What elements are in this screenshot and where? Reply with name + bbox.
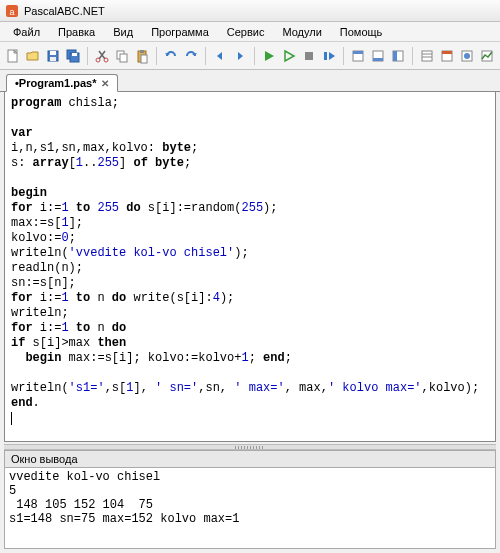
- menu-file[interactable]: Файл: [4, 24, 49, 40]
- menu-modules[interactable]: Модули: [273, 24, 330, 40]
- toolbar-separator: [156, 47, 157, 65]
- menu-service[interactable]: Сервис: [218, 24, 274, 40]
- toolbar-separator: [87, 47, 88, 65]
- stop-icon[interactable]: [300, 45, 318, 67]
- save-icon[interactable]: [44, 45, 62, 67]
- open-icon[interactable]: [24, 45, 42, 67]
- run-icon[interactable]: [260, 45, 278, 67]
- svg-text:a: a: [9, 7, 14, 17]
- app-icon: a: [4, 3, 20, 19]
- svg-rect-17: [324, 52, 327, 60]
- svg-rect-19: [353, 51, 363, 54]
- title-bar: a PascalABC.NET: [0, 0, 500, 22]
- svg-rect-21: [373, 58, 383, 61]
- toolbar-separator: [412, 47, 413, 65]
- redo-icon[interactable]: [182, 45, 200, 67]
- tab-label: •Program1.pas*: [15, 77, 97, 89]
- window2-icon[interactable]: [438, 45, 456, 67]
- cut-icon[interactable]: [93, 45, 111, 67]
- window1-icon[interactable]: [418, 45, 436, 67]
- close-icon[interactable]: ✕: [101, 78, 109, 89]
- svg-rect-8: [72, 53, 77, 56]
- menu-bar: Файл Правка Вид Программа Сервис Модули …: [0, 22, 500, 42]
- svg-rect-24: [422, 51, 432, 61]
- window-title: PascalABC.NET: [24, 5, 105, 17]
- new-file-icon[interactable]: [4, 45, 22, 67]
- svg-rect-4: [50, 51, 56, 55]
- step-icon[interactable]: [320, 45, 338, 67]
- splitter[interactable]: [4, 444, 496, 450]
- code-editor[interactable]: program chisla; var i,n,s1,sn,max,kolvo:…: [4, 92, 496, 442]
- toolbar-separator: [343, 47, 344, 65]
- toolbar-separator: [205, 47, 206, 65]
- nav-fwd-icon[interactable]: [231, 45, 249, 67]
- toolbar: [0, 42, 500, 70]
- paste-icon[interactable]: [133, 45, 151, 67]
- svg-point-10: [104, 58, 108, 62]
- output-panel-title: Окно вывода: [4, 450, 496, 467]
- save-all-icon[interactable]: [64, 45, 82, 67]
- text-cursor: [11, 412, 12, 425]
- svg-rect-12: [120, 54, 127, 62]
- menu-program[interactable]: Программа: [142, 24, 218, 40]
- tabs-bar: •Program1.pas* ✕: [0, 70, 500, 92]
- undo-icon[interactable]: [162, 45, 180, 67]
- svg-rect-5: [50, 57, 56, 61]
- svg-rect-28: [442, 51, 452, 54]
- run-no-debug-icon[interactable]: [280, 45, 298, 67]
- svg-rect-14: [140, 50, 144, 53]
- svg-rect-16: [305, 52, 313, 60]
- output-panel[interactable]: vvedite kol-vo chisel 5 148 105 152 104 …: [4, 467, 496, 549]
- panel3-icon[interactable]: [389, 45, 407, 67]
- svg-point-30: [464, 53, 470, 59]
- svg-rect-15: [141, 55, 147, 63]
- svg-point-9: [96, 58, 100, 62]
- svg-rect-23: [393, 51, 397, 61]
- panel2-icon[interactable]: [369, 45, 387, 67]
- menu-edit[interactable]: Правка: [49, 24, 104, 40]
- copy-icon[interactable]: [113, 45, 131, 67]
- panel1-icon[interactable]: [349, 45, 367, 67]
- window4-icon[interactable]: [478, 45, 496, 67]
- menu-view[interactable]: Вид: [104, 24, 142, 40]
- toolbar-separator: [254, 47, 255, 65]
- nav-back-icon[interactable]: [211, 45, 229, 67]
- menu-help[interactable]: Помощь: [331, 24, 392, 40]
- tab-program1[interactable]: •Program1.pas* ✕: [6, 74, 118, 92]
- window3-icon[interactable]: [458, 45, 476, 67]
